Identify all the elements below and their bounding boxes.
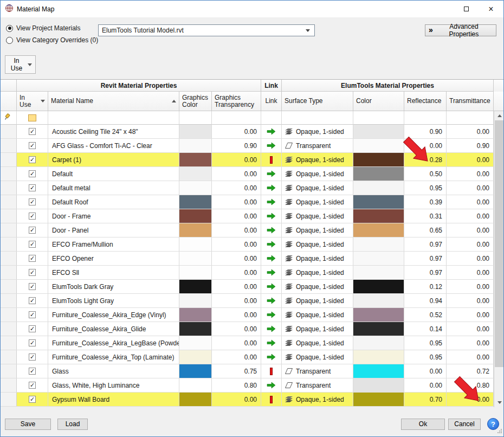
scroll-down-button[interactable] bbox=[494, 398, 504, 407]
row-indicator[interactable] bbox=[1, 308, 17, 322]
save-button[interactable]: Save bbox=[5, 419, 51, 430]
table-row[interactable]: Glass, White, High Luminance0.80Transpar… bbox=[1, 378, 504, 393]
in-use-checkbox[interactable] bbox=[29, 382, 36, 389]
in-use-checkbox[interactable] bbox=[29, 227, 36, 234]
filter-cell[interactable] bbox=[179, 111, 212, 125]
table-row[interactable]: ElumTools Light Gray0.00Opaque, 1-sided0… bbox=[1, 294, 504, 308]
maximize-button[interactable] bbox=[454, 1, 479, 17]
row-indicator[interactable] bbox=[1, 209, 17, 223]
row-indicator[interactable] bbox=[1, 252, 17, 265]
table-row[interactable]: Furniture_Coalesse_Akira_Edge (Vinyl)0.0… bbox=[1, 308, 504, 322]
in-use-checkbox[interactable] bbox=[29, 184, 36, 191]
in-use-checkbox[interactable] bbox=[29, 213, 36, 220]
in-use-checkbox[interactable] bbox=[29, 396, 36, 403]
radio-view-category-overrides[interactable]: View Category Overrides (0) bbox=[6, 34, 98, 46]
table-row[interactable]: EFCO Sll0.00Opaque, 1-sided0.970.00 bbox=[1, 266, 504, 280]
column-header-in-use[interactable]: In Use bbox=[17, 92, 48, 111]
in-use-checkbox[interactable] bbox=[29, 142, 36, 149]
column-header-graphics-transparency[interactable]: Graphics Transparency bbox=[212, 92, 261, 111]
row-indicator[interactable] bbox=[1, 167, 17, 181]
ok-button[interactable]: Ok bbox=[401, 419, 445, 430]
row-indicator[interactable] bbox=[1, 266, 17, 279]
row-indicator[interactable] bbox=[1, 350, 17, 364]
model-dropdown[interactable]: ElumTools Tutorial Model.rvt bbox=[98, 24, 315, 36]
table-row[interactable]: AFG Glass - Comfort Ti-AC - Clear0.90Tra… bbox=[1, 139, 504, 153]
row-indicator[interactable] bbox=[1, 223, 17, 237]
in-use-filter-button[interactable]: In Use bbox=[5, 55, 36, 74]
load-button[interactable]: Load bbox=[57, 419, 88, 430]
in-use-checkbox[interactable] bbox=[29, 269, 36, 276]
column-header-material-name[interactable]: Material Name bbox=[48, 92, 179, 111]
table-row[interactable]: Door - Panel0.00Opaque, 1-sided0.650.00 bbox=[1, 223, 504, 237]
vertical-scrollbar[interactable] bbox=[494, 111, 504, 407]
filter-cell[interactable] bbox=[447, 111, 494, 125]
row-indicator[interactable] bbox=[1, 378, 17, 392]
model-dropdown-value: ElumTools Tutorial Model.rvt bbox=[102, 27, 184, 34]
table-row[interactable]: Acoustic Ceiling Tile 24" x 48"0.00Opaqu… bbox=[1, 125, 504, 139]
column-header-link[interactable]: Link bbox=[261, 92, 282, 111]
scrollbar-thumb[interactable] bbox=[495, 120, 504, 367]
column-header-transmittance[interactable]: Transmittance bbox=[447, 92, 494, 111]
resize-grip[interactable] bbox=[497, 428, 502, 435]
advanced-properties-button[interactable]: » Advanced Properties bbox=[425, 24, 496, 36]
table-row[interactable]: ElumTools Dark Gray0.00Opaque, 1-sided0.… bbox=[1, 280, 504, 294]
close-button[interactable]: × bbox=[479, 1, 503, 17]
in-use-checkbox[interactable] bbox=[29, 156, 36, 163]
row-indicator[interactable] bbox=[1, 364, 17, 378]
row-indicator[interactable] bbox=[1, 125, 17, 138]
table-row[interactable]: Furniture_Coalesse_Akira_Top (Laminate)0… bbox=[1, 350, 504, 364]
row-indicator[interactable] bbox=[1, 280, 17, 293]
table-row[interactable]: Door - Frame0.00Opaque, 1-sided0.310.00 bbox=[1, 209, 504, 223]
row-indicator[interactable] bbox=[1, 322, 17, 336]
surface-type-label: Opaque, 1-sided bbox=[296, 396, 344, 403]
in-use-checkbox[interactable] bbox=[29, 255, 36, 262]
table-row[interactable]: EFCO Opener0.00Opaque, 1-sided0.970.00 bbox=[1, 252, 504, 266]
in-use-checkbox[interactable] bbox=[29, 354, 36, 361]
scroll-up-button[interactable] bbox=[494, 111, 504, 120]
in-use-checkbox[interactable] bbox=[29, 283, 36, 290]
column-header-surface-type[interactable]: Surface Type bbox=[282, 92, 353, 111]
column-header-color[interactable]: Color bbox=[353, 92, 404, 111]
filter-cell[interactable] bbox=[48, 111, 179, 125]
table-row[interactable]: EFCO Frame/Mullion0.00Opaque, 1-sided0.9… bbox=[1, 237, 504, 252]
column-header-reflectance[interactable]: Reflectance bbox=[404, 92, 447, 111]
in-use-checkbox[interactable] bbox=[29, 297, 36, 304]
table-row[interactable]: Furniture_Coalesse_Akira_Glide0.00Opaque… bbox=[1, 322, 504, 336]
table-row[interactable]: Glass0.75Transparent0.000.72 bbox=[1, 364, 504, 378]
radio-view-project-materials[interactable]: View Project Materials bbox=[6, 22, 98, 34]
filter-chevron-icon[interactable] bbox=[41, 100, 45, 102]
column-header-graphics-color[interactable]: Graphics Color bbox=[179, 92, 212, 111]
elumtools-color-swatch bbox=[353, 252, 404, 265]
titlebar[interactable]: Material Map × bbox=[1, 1, 503, 17]
in-use-checkbox[interactable] bbox=[29, 170, 36, 177]
table-row[interactable]: Gypsum Wall Board0.00Opaque, 1-sided0.70… bbox=[1, 393, 504, 407]
row-indicator[interactable] bbox=[1, 153, 17, 166]
filter-cell[interactable] bbox=[261, 111, 282, 125]
filter-cell[interactable] bbox=[212, 111, 261, 125]
in-use-checkbox[interactable] bbox=[29, 241, 36, 248]
row-indicator[interactable] bbox=[1, 195, 17, 209]
in-use-checkbox[interactable] bbox=[29, 325, 36, 332]
row-indicator[interactable] bbox=[1, 139, 17, 152]
in-use-checkbox[interactable] bbox=[29, 368, 36, 375]
filter-cell[interactable] bbox=[353, 111, 404, 125]
in-use-filter-cell[interactable] bbox=[17, 111, 48, 125]
row-indicator[interactable] bbox=[1, 237, 17, 251]
table-row[interactable]: Furniture_Coalesse_Akira_LegBase (Powder… bbox=[1, 336, 504, 350]
row-indicator[interactable] bbox=[1, 336, 17, 350]
filter-cell[interactable] bbox=[404, 111, 447, 125]
row-indicator[interactable] bbox=[1, 294, 17, 307]
row-indicator[interactable] bbox=[1, 181, 17, 195]
in-use-checkbox[interactable] bbox=[29, 128, 36, 135]
row-indicator[interactable] bbox=[1, 393, 17, 406]
table-row[interactable]: Default Roof0.00Opaque, 1-sided0.390.00 bbox=[1, 195, 504, 209]
filter-cell[interactable] bbox=[282, 111, 353, 125]
link-ok-icon bbox=[267, 339, 276, 346]
in-use-checkbox[interactable] bbox=[29, 339, 36, 346]
table-row[interactable]: Carpet (1)0.00Opaque, 1-sided0.280.00 bbox=[1, 153, 504, 167]
in-use-checkbox[interactable] bbox=[29, 311, 36, 318]
cancel-button[interactable]: Cancel bbox=[448, 419, 481, 430]
table-row[interactable]: Default0.00Opaque, 1-sided0.500.00 bbox=[1, 167, 504, 181]
table-row[interactable]: Default metal0.00Opaque, 1-sided0.950.00 bbox=[1, 181, 504, 195]
in-use-checkbox[interactable] bbox=[29, 198, 36, 205]
